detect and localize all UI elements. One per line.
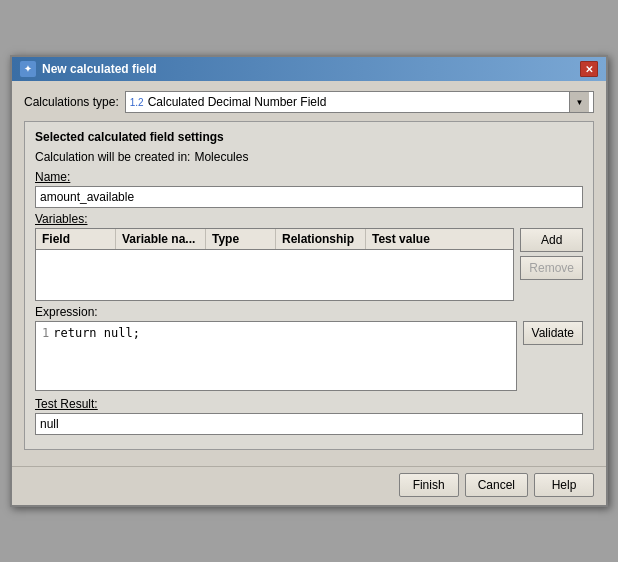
test-result-label-text: Test Result: [35, 397, 98, 411]
remove-button[interactable]: Remove [520, 256, 583, 280]
variables-table: Field Variable na... Type Relationship T… [35, 228, 514, 301]
close-button[interactable]: ✕ [580, 61, 598, 77]
table-body [36, 250, 513, 300]
settings-section: Selected calculated field settings Calcu… [24, 121, 594, 450]
expression-row: 1 return null; Validate [35, 321, 583, 391]
expression-label: Expression: [35, 305, 583, 319]
test-result-section: Test Result: [35, 397, 583, 435]
calc-type-select-inner: 1.2 Calculated Decimal Number Field [130, 95, 569, 109]
calc-type-select[interactable]: 1.2 Calculated Decimal Number Field ▼ [125, 91, 594, 113]
finish-button[interactable]: Finish [399, 473, 459, 497]
table-buttons: Add Remove [520, 228, 583, 280]
dialog-title: New calculated field [42, 62, 157, 76]
creation-value: Molecules [194, 150, 248, 164]
col-type: Type [206, 229, 276, 249]
col-field: Field [36, 229, 116, 249]
variables-section-wrap: Variables: Field Variable na... Type Rel… [35, 212, 583, 301]
validate-button[interactable]: Validate [523, 321, 583, 345]
creation-row: Calculation will be created in: Molecule… [35, 150, 583, 164]
table-header: Field Variable na... Type Relationship T… [36, 229, 513, 250]
dialog-icon: ✦ [20, 61, 36, 77]
calc-type-row: Calculations type: 1.2 Calculated Decima… [24, 91, 594, 113]
col-testval: Test value [366, 229, 446, 249]
help-button[interactable]: Help [534, 473, 594, 497]
variables-label: Variables: [35, 212, 583, 226]
calc-type-icon: 1.2 [130, 97, 144, 108]
name-label: Name: [35, 170, 583, 184]
name-section: Name: [35, 170, 583, 208]
creation-label: Calculation will be created in: [35, 150, 190, 164]
variables-content: Field Variable na... Type Relationship T… [35, 228, 583, 301]
add-button[interactable]: Add [520, 228, 583, 252]
dialog-footer: Finish Cancel Help [12, 466, 606, 505]
calc-type-label: Calculations type: [24, 95, 119, 109]
name-input[interactable] [35, 186, 583, 208]
title-bar: ✦ New calculated field ✕ [12, 57, 606, 81]
expression-section: Expression: 1 return null; Validate [35, 305, 583, 391]
expression-editor[interactable]: 1 return null; [35, 321, 517, 391]
variables-label-text: Variables: [35, 212, 87, 226]
section-title: Selected calculated field settings [35, 130, 583, 144]
calc-type-value: Calculated Decimal Number Field [148, 95, 327, 109]
calc-type-dropdown-arrow[interactable]: ▼ [569, 92, 589, 112]
cancel-button[interactable]: Cancel [465, 473, 528, 497]
col-varname: Variable na... [116, 229, 206, 249]
col-relationship: Relationship [276, 229, 366, 249]
title-bar-left: ✦ New calculated field [20, 61, 157, 77]
dialog-body: Calculations type: 1.2 Calculated Decima… [12, 81, 606, 466]
test-result-label: Test Result: [35, 397, 583, 411]
line-number: 1 [42, 326, 53, 340]
expression-text: return null; [53, 326, 140, 340]
new-calculated-field-dialog: ✦ New calculated field ✕ Calculations ty… [10, 55, 608, 507]
test-result-input[interactable] [35, 413, 583, 435]
name-label-text: Name: [35, 170, 70, 184]
